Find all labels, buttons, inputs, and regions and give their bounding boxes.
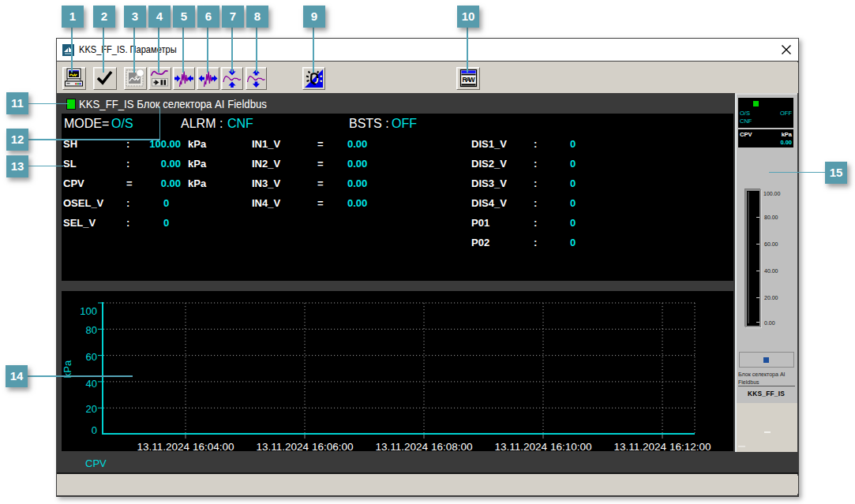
svg-text:13.11.2024 16:06:00: 13.11.2024 16:06:00	[257, 441, 354, 453]
svg-text:80: 80	[86, 324, 97, 336]
svg-text:100: 100	[80, 305, 97, 317]
svg-text:13.11.2024 16:08:00: 13.11.2024 16:08:00	[376, 441, 473, 453]
svg-text:40: 40	[86, 378, 97, 390]
svg-text:0: 0	[92, 424, 97, 436]
svg-text:13.11.2024 16:04:00: 13.11.2024 16:04:00	[137, 441, 234, 453]
svg-text:RAW: RAW	[463, 76, 476, 84]
svg-text:20: 20	[86, 403, 97, 415]
svg-text:60: 60	[86, 351, 97, 363]
svg-text:13.11.2024 16:12:00: 13.11.2024 16:12:00	[614, 441, 711, 453]
svg-text:13.11.2024 16:10:00: 13.11.2024 16:10:00	[495, 441, 592, 453]
